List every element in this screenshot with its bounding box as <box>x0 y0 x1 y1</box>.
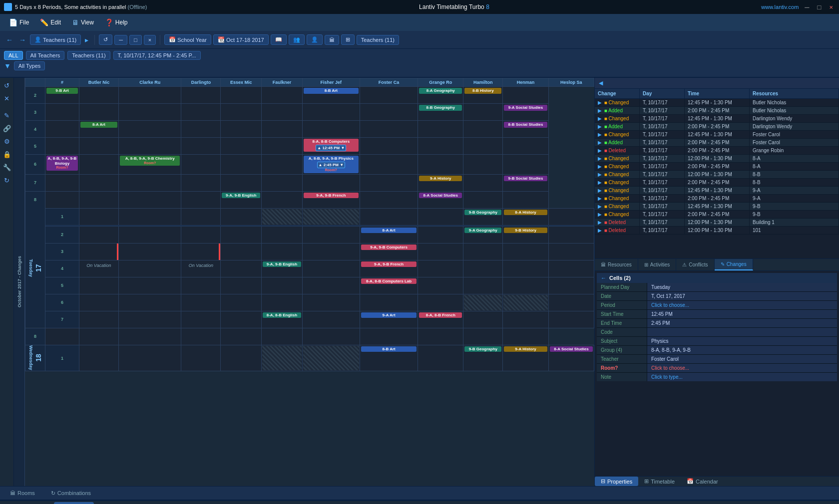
cell-18-1-1[interactable] <box>118 345 181 371</box>
cell-17-4-7[interactable] <box>360 121 418 138</box>
cell-18-8-3[interactable] <box>181 328 221 345</box>
time-tag[interactable]: ▲ 2:45 PM ▼ <box>317 162 346 169</box>
cell-18-8-0[interactable] <box>45 328 79 345</box>
cell-18-3-10[interactable] <box>548 243 594 260</box>
cell-18-4-8[interactable] <box>463 260 503 277</box>
activity-cell[interactable]: 8-A History <box>504 210 547 216</box>
cell-17-2-9[interactable]: 8-B History <box>463 87 503 104</box>
rooms-tab[interactable]: 🏛 Rooms <box>4 489 41 498</box>
activity-cell[interactable]: 8-A, 8-B French <box>419 312 462 318</box>
minimize-button[interactable]: ─ <box>803 3 811 11</box>
cell-17-7-7[interactable] <box>360 174 418 191</box>
cell-17-7-9[interactable] <box>463 174 503 191</box>
sync-btn[interactable]: ↺ <box>99 34 112 45</box>
cell-17-1-10[interactable] <box>548 208 594 225</box>
filter-date-btn[interactable]: T, 10/17/17, 12:45 PM - 2:45 P... <box>113 51 201 60</box>
activity-cell[interactable]: 9-A Art <box>361 312 417 318</box>
tab-properties[interactable]: ⊟ Properties <box>595 477 638 486</box>
activity-cell[interactable]: 8-B Art <box>361 346 417 352</box>
cell-17-4-10[interactable]: 8-B Social Studies <box>503 121 548 138</box>
cell-17-7-10[interactable]: 9-B Social Studies <box>503 174 548 191</box>
cell-17-5-2[interactable] <box>118 138 181 155</box>
cell-18-7-3[interactable] <box>221 311 262 328</box>
cell-17-6-1[interactable] <box>79 155 119 175</box>
cell-17-1-2[interactable] <box>181 208 221 225</box>
cell-17-6-9[interactable] <box>463 155 503 175</box>
cell-18-6-5[interactable] <box>302 294 360 311</box>
cell-17-3-0[interactable] <box>45 104 79 121</box>
cell-17-4-1[interactable]: 8-A Art <box>79 121 119 138</box>
menu-edit[interactable]: ✏️ Edit <box>35 16 66 28</box>
cell-17-2-4[interactable] <box>221 87 262 104</box>
cell-18-2-10[interactable] <box>548 226 594 243</box>
activity-cell[interactable]: 9-A History <box>419 176 462 182</box>
cell-18-3-4[interactable] <box>262 243 303 260</box>
cell-18-6-2[interactable] <box>181 294 221 311</box>
cell-18-4-2[interactable]: On Vacation <box>181 260 221 277</box>
cell-18-8-1[interactable] <box>79 328 119 345</box>
activity-cell[interactable]: 8-A Art <box>80 122 117 128</box>
activity-cell[interactable]: 8-A Social Studies <box>550 346 593 352</box>
menu-file[interactable]: 📄 File <box>4 16 34 28</box>
tab-timetable[interactable]: ⊞ Timetable <box>638 477 681 486</box>
cell-18-8-7[interactable] <box>360 328 418 345</box>
cell-18-2-8[interactable]: 9-A Geography <box>463 226 503 243</box>
activity-cell[interactable]: 9-B Geography <box>464 210 501 216</box>
cell-18-1-2[interactable] <box>181 345 221 371</box>
cell-18-2-3[interactable] <box>221 226 262 243</box>
cell-18-8-9[interactable] <box>463 328 503 345</box>
activity-cell[interactable]: A, 8-B, 9-A, 9-B Physics▲ 2:45 PM ▼Room? <box>304 156 359 173</box>
cell-17-7-4[interactable] <box>221 174 262 191</box>
cell-18-7-8[interactable] <box>463 311 503 328</box>
activity-cell[interactable]: 9-A Geography <box>464 228 501 234</box>
activity-cell[interactable]: 9-B Social Studies <box>504 176 547 182</box>
cell-18-2-1[interactable] <box>118 226 181 243</box>
cell-18-4-5[interactable] <box>302 260 360 277</box>
cell-18-8-4[interactable] <box>221 328 262 345</box>
activity-cell[interactable]: 9-A, 9-B French <box>304 193 359 199</box>
activity-cell[interactable]: 9-A History <box>504 346 547 352</box>
cell-17-5-10[interactable] <box>503 138 548 155</box>
side-icon-8[interactable]: ↻ <box>1 175 12 186</box>
minus-btn[interactable]: ─ <box>114 35 127 45</box>
cell-17-1-1[interactable] <box>118 208 181 225</box>
cell-17-8-2[interactable] <box>118 191 181 208</box>
cell-17-4-9[interactable] <box>463 121 503 138</box>
cell-17-6-8[interactable] <box>418 155 463 175</box>
cell-17-5-1[interactable] <box>79 138 119 155</box>
cell-17-5-6[interactable]: 8-A, 8-B Computers▲ 12:45 PM ▼ <box>302 138 360 155</box>
cell-18-2-2[interactable] <box>181 226 221 243</box>
cell-18-3-0[interactable] <box>79 243 119 260</box>
cell-18-4-3[interactable] <box>221 260 262 277</box>
cell-18-7-0[interactable] <box>79 311 119 328</box>
cell-17-4-2[interactable] <box>118 121 181 138</box>
cell-17-6-2[interactable]: A, 8-B, 9-A, 9-B ChemistryRoom? <box>118 155 181 175</box>
cell-17-2-7[interactable] <box>360 87 418 104</box>
cell-18-3-2[interactable] <box>181 243 221 260</box>
cell-17-8-1[interactable] <box>79 191 119 208</box>
cell-17-2-8[interactable]: 8-A Geography <box>418 87 463 104</box>
cell-18-1-6[interactable]: 8-B Art <box>360 345 418 371</box>
cell-17-1-8[interactable]: 9-B Geography <box>463 208 503 225</box>
nav-constraints[interactable]: ⚖ Constraints <box>10 502 54 504</box>
cell-18-5-3[interactable] <box>221 277 262 294</box>
cell-17-8-0[interactable] <box>45 191 79 208</box>
activity-cell[interactable]: 8-A, 8-B Computers Lab <box>361 278 417 284</box>
activity-cell[interactable]: 8-A Geography <box>419 88 462 94</box>
cell-17-2-1[interactable] <box>79 87 119 104</box>
cell-17-5-0[interactable] <box>45 138 79 155</box>
cell-17-8-9[interactable] <box>463 191 503 208</box>
cell-18-1-4[interactable] <box>262 345 303 371</box>
cell-17-2-0[interactable]: 9-B Art <box>45 87 79 104</box>
cell-17-7-0[interactable] <box>45 174 79 191</box>
cell-17-8-3[interactable] <box>181 191 221 208</box>
cell-18-7-1[interactable] <box>118 311 181 328</box>
cell-17-8-4[interactable]: 9-A, 9-B English <box>221 191 262 208</box>
tab-activities[interactable]: ⊞ Activities <box>638 259 676 270</box>
activity-cell[interactable]: A, 8-B, 9-A, 9-B ChemistryRoom? <box>120 156 180 166</box>
changes-nav-left[interactable]: ◀ <box>599 80 603 86</box>
cell-18-6-8[interactable] <box>463 294 503 311</box>
cell-17-3-1[interactable] <box>79 104 119 121</box>
activity-cell[interactable]: 9-B Geography <box>464 346 501 352</box>
cell-17-7-1[interactable] <box>79 174 119 191</box>
